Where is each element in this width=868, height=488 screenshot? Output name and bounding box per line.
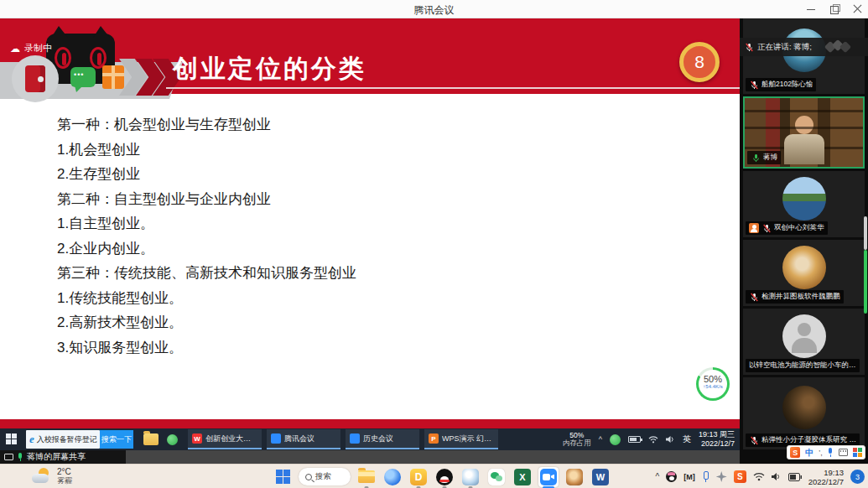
search-button[interactable]: 搜索一下 [100,430,133,449]
input-mode-chinese[interactable]: 中 [805,447,813,459]
wechat-icon[interactable] [486,467,507,487]
network-icon[interactable] [648,435,658,444]
slide-text-line: 2.生存型创业 [57,167,356,182]
file-explorer-icon[interactable] [143,433,159,445]
battery-icon [628,436,641,443]
anime-avatar-app-icon[interactable] [564,467,585,487]
slide-text-line: 1.机会型创业 [57,143,356,158]
weather-condition: 雾霾 [57,476,72,485]
participant-name: 蒋博 [763,153,777,163]
close-button[interactable] [853,4,863,14]
yellow-d-app-icon[interactable]: D [408,467,429,487]
participant-tile[interactable]: 以锌空电池为能源的智能小车的研究单永... [743,309,865,375]
participant-name: 船舶2102陈心愉 [761,80,813,90]
voice-input-icon[interactable] [828,448,834,457]
windows-start-icon[interactable] [6,433,18,445]
tray-expand-icon[interactable]: ^ [656,472,660,481]
browser-icon[interactable] [382,467,403,487]
punctuation-toggle[interactable]: ’, [819,449,823,457]
recording-indicator: ☁ 录制中 [10,42,52,55]
gift-icon [102,65,124,89]
sogou-tray-icon[interactable]: S [734,470,746,483]
countdown-badge: 8 [679,42,720,82]
m-badge-icon[interactable]: [M] [683,473,695,481]
scrollbar-thumb[interactable] [864,250,867,314]
participant-namebar: 检测井算图板软件魏鹏鹏 [746,290,844,304]
tencent-meeting-icon[interactable] [538,467,559,487]
mic-muted-icon [749,80,759,90]
meeting-icon [350,433,360,444]
cat-eye-left [55,47,71,69]
participant-tile[interactable]: 检测井算图板软件魏鹏鹏 [743,240,865,306]
qq-icon[interactable] [434,467,455,487]
recording-label: 录制中 [24,42,52,55]
excel-icon[interactable]: X [512,467,533,487]
scrollbar[interactable] [864,216,867,250]
memory-indicator[interactable]: 50% 内存占用 [563,432,591,447]
keyboard-icon[interactable] [839,449,849,456]
input-language-indicator[interactable]: 英 [683,433,691,445]
avatar [782,177,826,221]
screen-share-banner[interactable]: 蒋博的屏幕共享 [0,450,126,464]
battery-icon[interactable] [788,473,802,481]
sogou-logo-icon[interactable]: S [790,447,800,458]
qq-tray-icon[interactable] [666,471,677,482]
bottom-strip [0,450,868,464]
anime-app-icon[interactable] [460,467,481,487]
shared-taskbar: e 入校报备暂停登记 搜索一下 W创新创业大讲堂-第22...腾讯会议历史会议P… [0,428,740,450]
share-banner-label: 蒋博的屏幕共享 [27,451,86,463]
net-speed-badge[interactable]: 50% ↑54.4K/s [696,367,730,401]
clock[interactable]: 19:13 2022/12/7 [808,468,844,486]
speaker-icon[interactable] [772,472,782,481]
cloud-recording-icon: ☁ [10,43,20,55]
presentation-slide: ☁ 录制中 创业定位的分类 8 第一种：机会型创业与生存型创业1.机会型创业2.… [0,18,740,428]
task-label: 历史会议 [363,433,393,444]
slide-text-line: 3.知识服务型创业。 [57,340,356,356]
participant-namebar: 以锌空电池为能源的智能小车的研究单永... [746,359,860,372]
participant-tile[interactable]: 双创中心刘英华 [743,171,865,237]
avatar [782,246,826,289]
microphone-tray-icon[interactable] [702,471,709,482]
net-speed: ↑54.4K/s [699,384,727,389]
search-box[interactable]: 搜索 [299,468,351,485]
start-button[interactable] [273,467,293,487]
tray-expand-icon[interactable]: ^ [599,435,602,444]
pinwheel-tray-icon[interactable] [716,471,727,482]
toolbox-icon[interactable] [853,448,862,457]
chat-bubble-icon [70,67,96,87]
antivirus-tray-icon[interactable] [610,434,621,445]
file-explorer-icon[interactable] [356,467,377,487]
participant-tile[interactable]: 粘弹性小分子凝胶体系研究 庞国熙 [743,377,865,449]
ie-task-button[interactable]: e 入校报备暂停登记 [26,430,100,449]
participant-name: 检测井算图板软件魏鹏鹏 [761,292,840,302]
window-controls [806,0,863,18]
window-title: 腾讯会议 [0,3,868,18]
participant-tile[interactable]: 蒋博 [743,96,865,169]
task-button[interactable]: 腾讯会议 [267,429,340,449]
notification-badge[interactable]: 3 [850,470,865,484]
mic-muted-icon [761,223,772,233]
participant-namebar: 船舶2102陈心愉 [746,78,816,91]
task-button[interactable]: 历史会议 [346,429,419,449]
participant-tile[interactable]: 船舶2102陈心愉 [743,18,865,94]
weather-widget[interactable]: 2°C 雾霾 [32,467,72,485]
local-taskbar: 2°C 雾霾 搜索DXW ^ [M] S 19:13 2022/12/7 3 [0,464,868,488]
participant-name: 粘弹性小分子凝胶体系研究 庞国熙 [761,435,856,445]
taskbar-apps: 搜索DXW [273,465,611,488]
task-button[interactable]: PWPS演示 幻灯片放映... [424,429,498,449]
time: 19:13 [808,468,844,477]
wifi-icon[interactable] [753,472,765,481]
green-app-icon[interactable] [167,434,178,445]
participants-sidebar: 船舶2102陈心愉蒋博双创中心刘英华检测井算图板软件魏鹏鹏以锌空电池为能源的智能… [740,18,868,464]
task-label: 创新创业大讲堂-第22... [205,433,257,444]
minimize-button[interactable] [806,4,816,14]
word-icon[interactable]: W [590,467,611,487]
shared-clock[interactable]: 19:13 周三 2022/12/7 [699,430,735,449]
slide-text-line: 1.传统技能型创业。 [57,291,356,306]
task-button[interactable]: W创新创业大讲堂-第22... [188,429,262,449]
speaker-icon[interactable] [666,435,675,444]
participant-namebar: 蒋博 [747,151,781,164]
desktop: 腾讯会议 ☁ 录制中 [0,0,868,488]
slide-text-line: 第二种：自主型创业与企业内创业 [57,192,356,207]
restore-button[interactable] [829,4,839,14]
